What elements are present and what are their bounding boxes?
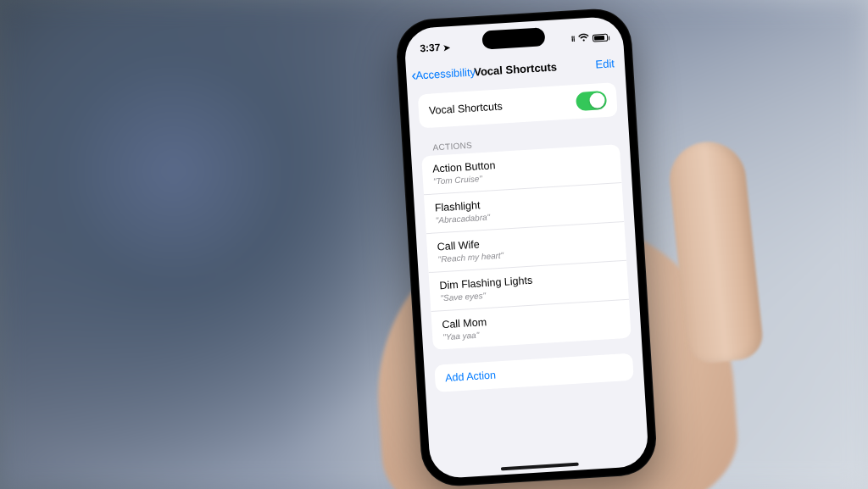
action-title: Call Mom bbox=[442, 316, 487, 331]
wifi-icon bbox=[578, 33, 590, 44]
action-phrase: "Reach my heart" bbox=[437, 251, 504, 264]
edit-button[interactable]: Edit bbox=[595, 57, 615, 70]
action-phrase: "Tom Cruise" bbox=[433, 173, 497, 186]
vocal-shortcuts-toggle-row[interactable]: Vocal Shortcuts bbox=[418, 82, 618, 128]
toggle-label: Vocal Shortcuts bbox=[429, 100, 504, 116]
actions-group: Action Button"Tom Cruise"Flashlight"Abra… bbox=[421, 144, 632, 350]
location-icon: ➤ bbox=[442, 42, 450, 52]
iphone-frame: 3:37 ➤ ⁞⁞ ‹ Accessibility Vocal Shortcut… bbox=[394, 7, 658, 488]
action-title: Flashlight bbox=[435, 199, 490, 214]
page-title: Vocal Shortcuts bbox=[474, 60, 558, 78]
battery-icon bbox=[593, 33, 609, 42]
dynamic-island bbox=[481, 27, 545, 49]
screen: 3:37 ➤ ⁞⁞ ‹ Accessibility Vocal Shortcut… bbox=[403, 16, 649, 480]
back-label: Accessibility bbox=[415, 65, 476, 81]
add-action-label: Add Action bbox=[445, 369, 497, 384]
toggle-group: Vocal Shortcuts bbox=[418, 82, 618, 128]
toggle-switch[interactable] bbox=[576, 91, 607, 111]
content-scroll[interactable]: Vocal Shortcuts Actions Action Button"To… bbox=[407, 76, 649, 479]
action-phrase: "Yaa yaa" bbox=[442, 330, 487, 342]
add-action-group: Add Action bbox=[434, 353, 634, 392]
dual-sim-icon: ⁞⁞ bbox=[571, 35, 576, 43]
action-phrase: "Abracadabra" bbox=[436, 213, 491, 225]
back-button[interactable]: ‹ Accessibility bbox=[411, 64, 476, 83]
status-time: 3:37 bbox=[420, 42, 441, 54]
add-action-button[interactable]: Add Action bbox=[434, 353, 634, 392]
